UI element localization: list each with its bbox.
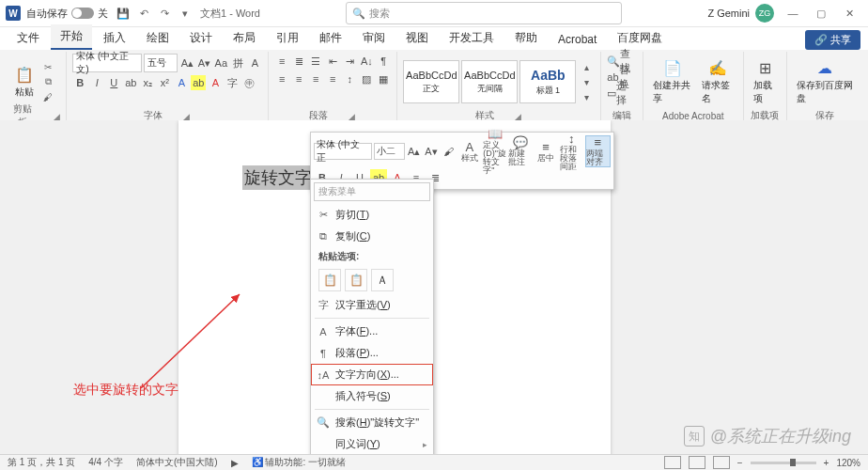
subscript-button[interactable]: x₂	[140, 75, 155, 90]
shrink-font-button[interactable]: A▾	[196, 55, 211, 70]
tab-developer[interactable]: 开发工具	[440, 26, 504, 50]
styles-more-icon[interactable]: ▾	[578, 90, 595, 103]
zoom-out-button[interactable]: −	[737, 458, 743, 468]
font-color-button[interactable]: A	[208, 75, 223, 90]
mini-center-button[interactable]: ≡居中	[535, 136, 558, 166]
shading-button[interactable]: ▨	[359, 71, 374, 86]
mini-spacing-button[interactable]: ↕行和段落间距	[560, 136, 583, 166]
paste-merge[interactable]: 📋	[345, 269, 367, 291]
line-spacing-button[interactable]: ↕	[342, 71, 357, 86]
mini-format-painter[interactable]: 🖌	[441, 143, 456, 160]
acrobat-sign-button[interactable]: ✍请求签名	[698, 56, 737, 107]
tab-insert[interactable]: 插入	[94, 26, 135, 50]
mini-grow-font[interactable]: A▴	[407, 143, 422, 160]
bullets-button[interactable]: ≡	[274, 54, 289, 69]
tab-review[interactable]: 审阅	[353, 26, 395, 50]
mini-font-name[interactable]: 宋体 (中文正	[314, 143, 372, 160]
styles-down-icon[interactable]: ▾	[578, 75, 595, 88]
paste-text-only[interactable]: Ａ	[371, 269, 394, 291]
mini-define-button[interactable]: 📖定义(D)"旋转文字"	[483, 136, 506, 166]
cm-reconvert[interactable]: 字汉字重选(V)	[311, 294, 433, 316]
minimize-button[interactable]: —	[780, 4, 806, 23]
maximize-button[interactable]: ▢	[808, 4, 834, 23]
qat-dropdown-icon[interactable]: ▾	[178, 6, 193, 21]
redo-icon[interactable]: ↷	[157, 6, 172, 21]
context-search-input[interactable]: 搜索菜单	[314, 182, 430, 201]
tab-layout[interactable]: 布局	[224, 26, 265, 50]
text-effects-button[interactable]: A	[174, 75, 189, 90]
tab-mailings[interactable]: 邮件	[310, 26, 351, 50]
cm-insert-symbol[interactable]: 插入符号(S)	[311, 385, 433, 407]
strike-button[interactable]: ab	[123, 75, 138, 90]
align-left-button[interactable]: ≡	[274, 71, 289, 86]
zoom-in-button[interactable]: +	[824, 458, 829, 468]
cut-button[interactable]: ✂	[39, 60, 56, 73]
underline-button[interactable]: U	[106, 75, 121, 90]
undo-icon[interactable]: ↶	[136, 6, 151, 21]
italic-button[interactable]: I	[89, 75, 104, 90]
selected-text[interactable]: 旋转文字	[242, 165, 314, 190]
tab-view[interactable]: 视图	[396, 26, 438, 50]
sort-button[interactable]: A↓	[359, 54, 374, 69]
close-button[interactable]: ✕	[836, 4, 862, 23]
user-account[interactable]: Z Gemini ZG	[707, 4, 774, 23]
share-button[interactable]: 🔗 共享	[805, 30, 860, 50]
tab-acrobat[interactable]: Acrobat	[549, 29, 606, 50]
status-words[interactable]: 4/4 个字	[88, 456, 123, 469]
numbering-button[interactable]: ≣	[291, 54, 306, 69]
tab-draw[interactable]: 绘图	[137, 26, 178, 50]
font-name-select[interactable]: 宋体 (中文正文)	[72, 54, 142, 72]
bold-button[interactable]: B	[72, 75, 87, 90]
paste-button[interactable]: 📋粘贴	[11, 63, 38, 101]
grow-font-button[interactable]: A▴	[179, 55, 194, 70]
style-normal[interactable]: AaBbCcDd正文	[403, 60, 459, 103]
cm-paragraph[interactable]: ¶段落(P)...	[311, 342, 433, 364]
char-border-button[interactable]: A	[247, 55, 262, 70]
view-read-mode[interactable]	[664, 456, 681, 469]
tab-file[interactable]: 文件	[8, 26, 49, 50]
mini-styles-button[interactable]: A样式	[457, 136, 481, 166]
multilevel-button[interactable]: ☰	[308, 54, 323, 69]
copy-button[interactable]: ⧉	[39, 75, 56, 88]
align-right-button[interactable]: ≡	[308, 71, 323, 86]
styles-up-icon[interactable]: ▴	[578, 60, 595, 73]
save-icon[interactable]: 💾	[116, 6, 131, 21]
status-page[interactable]: 第 1 页，共 1 页	[8, 456, 75, 469]
paste-keep-source[interactable]: 📋	[318, 269, 341, 291]
change-case-button[interactable]: Aa	[213, 55, 228, 70]
cm-font[interactable]: A字体(F)...	[311, 321, 433, 342]
superscript-button[interactable]: x²	[157, 75, 172, 90]
tab-baidu[interactable]: 百度网盘	[608, 26, 672, 50]
select-button[interactable]: ▭ 选择	[607, 86, 636, 101]
highlight-button[interactable]: ab	[191, 75, 206, 90]
indent-increase-button[interactable]: ⇥	[342, 54, 357, 69]
cm-cut[interactable]: ✂剪切(T)	[311, 204, 433, 226]
status-macro-icon[interactable]: ▶	[231, 458, 239, 468]
font-size-select[interactable]: 五号	[144, 54, 178, 72]
addins-button[interactable]: ⊞加载项	[750, 56, 781, 107]
indent-decrease-button[interactable]: ⇤	[325, 54, 340, 69]
cm-search[interactable]: 🔍搜索(H)"旋转文字"	[311, 412, 433, 433]
format-painter-button[interactable]: 🖌	[39, 90, 56, 103]
mini-justify-button[interactable]: ≡两端对齐	[585, 135, 611, 167]
view-web-layout[interactable]	[713, 456, 730, 469]
justify-button[interactable]: ≡	[325, 71, 340, 86]
status-accessibility[interactable]: ♿ 辅助功能: 一切就绪	[252, 456, 346, 469]
status-language[interactable]: 简体中文(中国大陆)	[136, 456, 218, 469]
acrobat-create-button[interactable]: 📄创建并共享	[649, 56, 696, 107]
autosave-toggle[interactable]: 自动保存 关	[26, 7, 108, 21]
tab-home[interactable]: 开始	[51, 24, 92, 50]
char-shading-button[interactable]: 字	[225, 75, 240, 90]
tab-design[interactable]: 设计	[180, 26, 222, 50]
search-input[interactable]: 🔍 搜索	[346, 2, 622, 24]
mini-shrink-font[interactable]: A▾	[424, 143, 439, 160]
borders-button[interactable]: ▦	[376, 71, 391, 86]
enclose-char-button[interactable]: ㊥	[241, 75, 256, 90]
cm-synonyms[interactable]: 同义词(Y)▸	[311, 433, 433, 455]
tab-references[interactable]: 引用	[267, 26, 308, 50]
style-nospace[interactable]: AaBbCcDd无间隔	[461, 60, 518, 103]
show-marks-button[interactable]: ¶	[376, 54, 391, 69]
zoom-slider[interactable]	[751, 462, 816, 464]
align-center-button[interactable]: ≡	[291, 71, 306, 86]
cm-text-direction[interactable]: ↕A文字方向(X)...	[311, 364, 433, 385]
